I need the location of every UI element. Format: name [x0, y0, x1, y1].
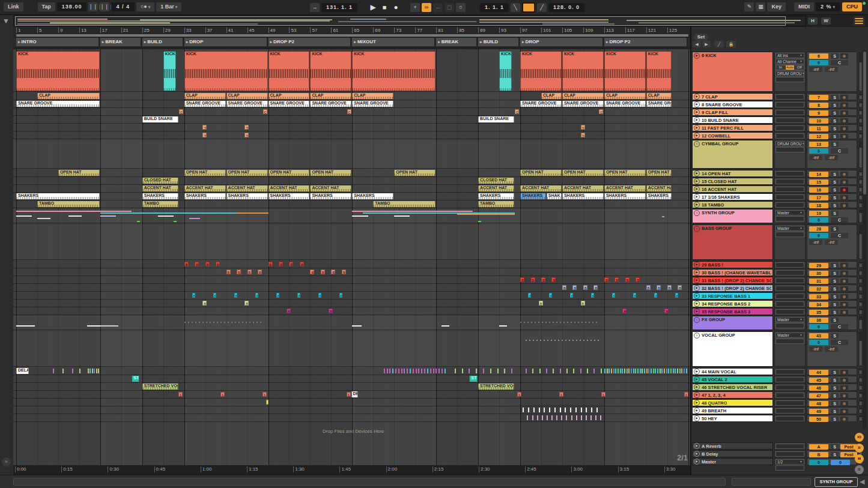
nudge-up-button[interactable]: ❘❘❘ — [100, 2, 109, 11]
midi-tick[interactable] — [628, 369, 630, 373]
clip-tick[interactable]: R — [329, 309, 333, 313]
clip-accent-hat[interactable]: ACCENT HAT — [604, 185, 646, 191]
solo-button[interactable]: S — [831, 142, 839, 147]
locator-intro-0[interactable]: ▸INTRO — [16, 38, 100, 46]
track-name[interactable]: ▶47 1, 2, 3, 4 — [692, 391, 773, 399]
clip-slot-box[interactable] — [775, 465, 804, 471]
clip-slot-box[interactable] — [775, 187, 804, 192]
midi-tick[interactable] — [660, 369, 661, 373]
volume-box[interactable]: 0 — [809, 148, 828, 154]
midi-tick[interactable] — [573, 369, 574, 373]
clip-tick[interactable]: R — [633, 293, 636, 298]
clip-tick[interactable]: B — [300, 262, 304, 267]
locator-break-6[interactable]: ▸BREAK — [436, 38, 478, 46]
solo-button[interactable]: S — [831, 179, 839, 185]
arrangement-position-field[interactable]: 131. 1. 1 — [321, 3, 357, 12]
midi-tick[interactable] — [661, 369, 663, 373]
clip-tick[interactable]: B — [541, 277, 545, 282]
midi-tick[interactable] — [566, 369, 568, 373]
locator-break-1[interactable]: ▸BREAK — [100, 38, 142, 46]
arm-button[interactable] — [840, 95, 848, 100]
clip-tick[interactable]: C — [179, 109, 183, 114]
midi-tick[interactable] — [92, 369, 93, 373]
clip-snare-groove[interactable]: SNARE GROOVE — [352, 101, 393, 107]
clip-tick[interactable]: B — [184, 262, 189, 267]
track-play-icon[interactable]: ▶ — [694, 133, 700, 139]
midi-tick[interactable] — [462, 369, 463, 373]
solo-button[interactable]: S — [831, 318, 839, 323]
clip-slot-box[interactable] — [775, 216, 804, 221]
solo-button[interactable]: S — [831, 195, 839, 200]
lane-45-vocal-2[interactable]: STRESTRE — [13, 376, 690, 383]
midi-tick[interactable] — [526, 369, 527, 373]
lane-18-tambo[interactable]: TAMBOTAMBOTAMBOTAMBO — [13, 201, 690, 208]
midi-tick[interactable] — [62, 369, 64, 373]
track-header-29-bass[interactable]: ▶29 BASS !29S — [691, 261, 868, 268]
overview-triangle-icon[interactable]: ▼ — [2, 17, 10, 25]
midi-tick[interactable] — [561, 415, 562, 420]
clip-tick[interactable]: B — [331, 270, 335, 274]
lane-46-stretched-vocal-riser[interactable]: STRETCHED VOCASTRETCHED VOCA — [13, 384, 690, 391]
midi-tick[interactable] — [476, 369, 477, 373]
tap-tempo-button[interactable]: Tap — [38, 2, 55, 11]
clip-tick[interactable]: B — [279, 262, 283, 267]
track-number-box[interactable]: 49 — [809, 409, 828, 414]
solo-button[interactable]: S — [831, 172, 839, 177]
solo-button[interactable]: S — [831, 187, 839, 193]
tempo-field[interactable]: 138.00 — [57, 2, 87, 11]
arm-button[interactable] — [840, 393, 848, 399]
track-name[interactable]: ▶15 CLOSED HAT — [692, 178, 773, 185]
clip-delay[interactable]: DELAY — [16, 368, 29, 374]
send-b-box[interactable]: -inf — [825, 239, 838, 245]
clip-slot-box[interactable] — [775, 194, 804, 200]
midi-tick[interactable] — [615, 369, 616, 373]
clip-snare-groove[interactable]: SNARE GROOVE — [562, 101, 604, 107]
send-b-box[interactable]: -inf — [825, 155, 838, 160]
track-number-box[interactable]: 48 — [809, 401, 828, 406]
clip-tick[interactable]: 1, — [601, 392, 605, 397]
clip-tick[interactable]: B — [625, 277, 630, 282]
midi-tick[interactable] — [609, 369, 610, 373]
track-number-box[interactable]: 44 — [809, 370, 828, 375]
track-play-icon[interactable]: ▶ — [694, 443, 700, 449]
nudge-down-button[interactable]: ❘❘❘ — [88, 2, 98, 11]
track-number-box[interactable]: 9 — [809, 110, 828, 116]
routing-select[interactable]: 1/2▼ — [775, 459, 804, 465]
midi-tick[interactable] — [684, 369, 685, 373]
locator-drop-8[interactable]: ▸DROP — [520, 38, 604, 46]
clip-stre[interactable]: STRE — [469, 376, 478, 382]
track-number-box[interactable]: 47 — [809, 393, 828, 399]
track-number-box[interactable]: 19 — [809, 211, 828, 216]
arm-button[interactable] — [840, 417, 848, 422]
lane-17-1-16-shakers[interactable]: SHAKERSSHAKERSSHAKERSSHAKERSSHAKERSSHAKE… — [13, 193, 690, 200]
solo-button[interactable]: S — [831, 279, 839, 284]
arm-button[interactable] — [840, 302, 848, 307]
clip-build-snare[interactable]: BUILD SNARE — [142, 116, 178, 122]
punch-in-icon[interactable]: ╲ — [511, 3, 520, 12]
midi-tick[interactable] — [527, 415, 528, 420]
midi-tick[interactable] — [677, 369, 678, 373]
track-header-46-stretched-vocal-riser[interactable]: ▶46 STRETCHED VOCAL RISER46S — [691, 384, 868, 391]
track-header-7-clap[interactable]: ▶7 CLAP7S — [691, 93, 868, 100]
clip-open-hat[interactable]: OPEN HAT — [226, 170, 268, 176]
track-play-icon[interactable]: ▶ — [694, 408, 700, 414]
clip-slot-box[interactable] — [775, 262, 804, 268]
clip-clap[interactable]: CLAP — [184, 93, 226, 99]
clip-tick[interactable]: R — [581, 301, 585, 306]
arm-button[interactable] — [840, 310, 848, 315]
track-name[interactable]: ▶45 VOCAL 2 — [692, 376, 773, 383]
solo-button[interactable]: S — [831, 393, 839, 399]
clip-tick[interactable]: ½ — [244, 133, 249, 137]
time-signature-field[interactable]: 4 / 4 — [111, 2, 135, 11]
lane-9-clap-fill[interactable]: CCCCC — [13, 109, 690, 116]
locator-row[interactable]: ▸INTRO▸BREAK▸BUILD▸DROP▸DROP P2▸MIXOUT▸B… — [13, 38, 690, 47]
clip-slot-box[interactable] — [775, 270, 804, 276]
clip-shakers[interactable]: SHAKERS — [16, 193, 100, 199]
track-number-box[interactable]: 32 — [809, 286, 828, 292]
clip-tick[interactable]: 1, — [263, 392, 267, 397]
solo-button[interactable]: S — [831, 333, 839, 339]
midi-tick[interactable] — [613, 369, 615, 373]
track-play-icon[interactable]: ▶ — [694, 277, 700, 283]
clip-tick[interactable]: B — [572, 285, 577, 290]
clip-tambo[interactable]: TAMBO — [37, 201, 100, 207]
